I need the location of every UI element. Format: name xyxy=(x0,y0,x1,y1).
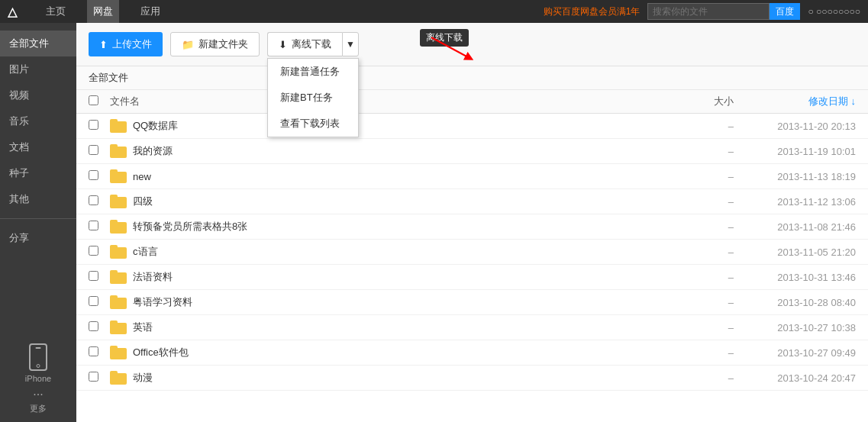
file-name-cell: 英语 xyxy=(110,321,657,334)
dropdown-item-bt[interactable]: 新建BT任务 xyxy=(268,85,358,111)
table-row: 动漫 – 2013-10-24 20:47 xyxy=(76,366,868,391)
file-date-text: 2013-10-24 20:47 xyxy=(734,372,856,384)
file-date-text: 2013-11-08 21:46 xyxy=(734,221,856,233)
dropdown-item-list[interactable]: 查看下载列表 xyxy=(268,111,358,137)
file-name-cell: 四级 xyxy=(110,195,657,208)
folder-icon xyxy=(110,245,127,259)
header-checkbox-col xyxy=(89,95,110,108)
nav-item-apps[interactable]: 应用 xyxy=(134,0,166,23)
row-checkbox xyxy=(89,145,110,157)
new-folder-label: 新建文件夹 xyxy=(198,37,248,51)
more-devices[interactable]: ··· 更多 xyxy=(30,388,47,414)
breadcrumb-bar: 全部文件 xyxy=(76,66,868,90)
row-checkbox xyxy=(89,271,110,283)
row-checkbox-input[interactable] xyxy=(89,321,98,331)
sidebar-divider xyxy=(0,218,76,219)
table-row: Office软件包 – 2013-10-27 09:49 xyxy=(76,340,868,366)
row-checkbox-input[interactable] xyxy=(89,296,98,306)
top-nav-right: 购买百度网盘会员满1年 百度 ○ ○○○○○○○○ xyxy=(544,3,860,20)
logo: △ xyxy=(8,5,17,19)
file-name-text[interactable]: 英语 xyxy=(133,321,657,334)
row-checkbox-input[interactable] xyxy=(89,372,98,382)
table-header: 文件名 大小 修改日期 ↓ xyxy=(76,90,868,114)
row-checkbox xyxy=(89,321,110,333)
file-date-text: 2013-10-27 10:38 xyxy=(734,322,856,333)
new-folder-icon: 📁 xyxy=(182,39,194,50)
offline-download-arrow[interactable]: ▼ xyxy=(342,32,359,56)
row-checkbox xyxy=(89,170,110,182)
sidebar-item-other[interactable]: 其他 xyxy=(0,186,76,212)
file-size-text: – xyxy=(657,171,734,182)
file-name-text[interactable]: QQ数据库 xyxy=(133,119,657,133)
file-name-cell: Office软件包 xyxy=(110,346,657,359)
table-row: c语言 – 2013-11-05 21:20 xyxy=(76,240,868,265)
offline-download-group: ⬇ 离线下载 ▼ 新建普通任务 新建BT任务 查看下载列表 xyxy=(267,32,359,56)
nav-item-netdisk[interactable]: 网盘 xyxy=(87,0,119,23)
dropdown-item-normal[interactable]: 新建普通任务 xyxy=(268,59,358,85)
more-label: 更多 xyxy=(30,403,47,414)
search-input[interactable] xyxy=(647,3,770,20)
new-folder-button[interactable]: 📁 新建文件夹 xyxy=(170,32,260,56)
file-name-text[interactable]: 法语资料 xyxy=(133,270,657,284)
col-date-header[interactable]: 修改日期 ↓ xyxy=(734,95,856,108)
row-checkbox xyxy=(89,296,110,308)
dropdown-menu: 新建普通任务 新建BT任务 查看下载列表 xyxy=(267,58,359,137)
file-name-cell: c语言 xyxy=(110,245,657,259)
file-name-text[interactable]: 四级 xyxy=(133,195,657,208)
sidebar-item-share[interactable]: 分享 xyxy=(0,225,76,251)
row-checkbox-input[interactable] xyxy=(89,271,98,281)
file-name-text[interactable]: c语言 xyxy=(133,245,657,259)
row-checkbox-input[interactable] xyxy=(89,246,98,256)
row-checkbox-input[interactable] xyxy=(89,120,98,130)
file-name-text[interactable]: 转预备党员所需表格共8张 xyxy=(133,220,657,234)
sidebar-item-docs[interactable]: 文档 xyxy=(0,134,76,160)
offline-download-button[interactable]: ⬇ 离线下载 xyxy=(267,32,342,56)
file-size-text: – xyxy=(657,322,734,333)
promo-text: 购买百度网盘会员满1年 xyxy=(544,5,641,18)
file-name-text[interactable]: 粤语学习资料 xyxy=(133,295,657,309)
file-name-text[interactable]: 动漫 xyxy=(133,371,657,385)
file-size-text: – xyxy=(657,146,734,157)
search-button[interactable]: 百度 xyxy=(770,3,800,20)
arrow-annotation xyxy=(424,34,485,66)
folder-icon xyxy=(110,371,127,385)
sidebar-item-music[interactable]: 音乐 xyxy=(0,108,76,134)
file-name-cell: 我的资源 xyxy=(110,144,657,158)
file-size-text: – xyxy=(657,272,734,283)
file-date-text: 2013-11-13 18:19 xyxy=(734,171,856,182)
sidebar-item-all[interactable]: 全部文件 xyxy=(0,31,76,56)
nav-item-home[interactable]: 主页 xyxy=(40,0,72,23)
sidebar: 全部文件 图片 视频 音乐 文档 种子 其他 分享 iPhone ··· 更多 xyxy=(0,23,76,422)
row-checkbox-input[interactable] xyxy=(89,145,98,155)
content-pane: ⬆ 上传文件 📁 新建文件夹 ⬇ 离线下载 ▼ 新建普通任务 xyxy=(76,23,868,422)
iphone-home xyxy=(36,364,40,368)
main-area: 全部文件 图片 视频 音乐 文档 种子 其他 分享 iPhone ··· 更多 xyxy=(0,23,868,422)
file-size-text: – xyxy=(657,347,734,359)
file-size-text: – xyxy=(657,121,734,132)
file-name-text[interactable]: new xyxy=(133,171,657,182)
iphone-device[interactable]: iPhone xyxy=(25,343,51,383)
upload-label: 上传文件 xyxy=(112,37,152,51)
file-date-text: 2013-11-19 10:01 xyxy=(734,146,856,157)
row-checkbox-input[interactable] xyxy=(89,346,98,356)
upload-button[interactable]: ⬆ 上传文件 xyxy=(89,32,163,56)
sidebar-item-video[interactable]: 视频 xyxy=(0,82,76,108)
row-checkbox-input[interactable] xyxy=(89,170,98,180)
row-checkbox-input[interactable] xyxy=(89,221,98,230)
row-checkbox xyxy=(89,246,110,258)
row-checkbox xyxy=(89,120,110,132)
select-all-checkbox[interactable] xyxy=(89,95,98,105)
row-checkbox-input[interactable] xyxy=(89,195,98,205)
file-date-text: 2013-10-27 09:49 xyxy=(734,347,856,359)
folder-icon xyxy=(110,220,127,234)
iphone-icon xyxy=(29,343,47,371)
file-date-text: 2013-11-05 21:20 xyxy=(734,246,856,258)
search-bar: 百度 xyxy=(647,3,800,20)
file-size-text: – xyxy=(657,372,734,384)
folder-icon xyxy=(110,119,127,133)
table-row: 法语资料 – 2013-10-31 13:46 xyxy=(76,265,868,290)
sidebar-item-images[interactable]: 图片 xyxy=(0,56,76,82)
file-name-text[interactable]: 我的资源 xyxy=(133,144,657,158)
sidebar-item-torrent[interactable]: 种子 xyxy=(0,160,76,186)
file-name-text[interactable]: Office软件包 xyxy=(133,346,657,359)
